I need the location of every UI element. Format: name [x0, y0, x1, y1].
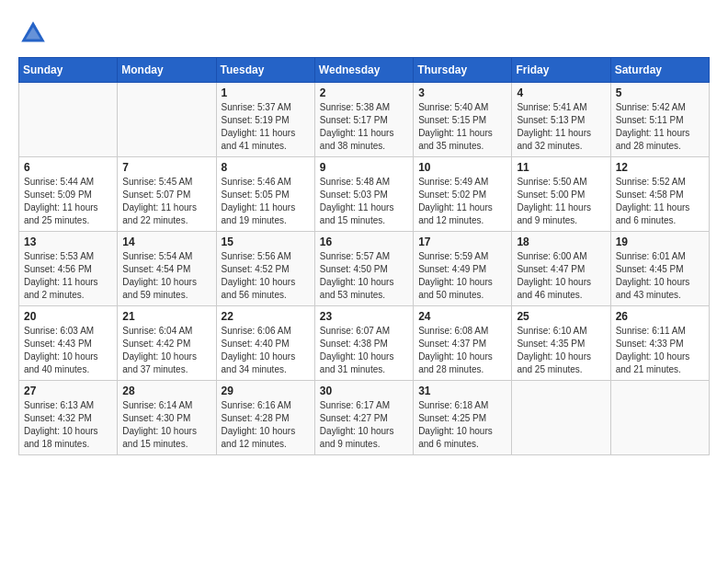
day-info: Sunrise: 5:38 AM Sunset: 5:17 PM Dayligh…: [320, 101, 408, 153]
day-info: Sunrise: 6:10 AM Sunset: 4:35 PM Dayligh…: [517, 325, 605, 376]
calendar-week-row: 20Sunrise: 6:03 AM Sunset: 4:43 PM Dayli…: [19, 306, 710, 381]
day-number: 3: [418, 86, 506, 99]
day-number: 11: [517, 161, 605, 174]
day-info: Sunrise: 5:45 AM Sunset: 5:07 PM Dayligh…: [122, 176, 210, 227]
day-info: Sunrise: 6:06 AM Sunset: 4:40 PM Dayligh…: [222, 325, 310, 376]
calendar-cell: 10Sunrise: 5:49 AM Sunset: 5:02 PM Dayli…: [414, 157, 512, 232]
day-number: 16: [320, 236, 408, 248]
calendar-cell: 14Sunrise: 5:54 AM Sunset: 4:54 PM Dayli…: [118, 232, 216, 306]
day-info: Sunrise: 5:56 AM Sunset: 4:52 PM Dayligh…: [222, 250, 310, 302]
day-info: Sunrise: 5:52 AM Sunset: 4:58 PM Dayligh…: [616, 176, 704, 227]
day-info: Sunrise: 6:16 AM Sunset: 4:28 PM Dayligh…: [222, 399, 310, 451]
day-number: 5: [616, 86, 704, 99]
calendar-cell: [512, 381, 610, 455]
calendar-cell: 18Sunrise: 6:00 AM Sunset: 4:47 PM Dayli…: [512, 232, 610, 306]
day-number: 6: [24, 161, 112, 174]
day-number: 22: [222, 310, 310, 323]
day-info: Sunrise: 6:07 AM Sunset: 4:38 PM Dayligh…: [320, 325, 408, 376]
day-number: 25: [517, 310, 605, 323]
day-info: Sunrise: 5:59 AM Sunset: 4:49 PM Dayligh…: [418, 250, 506, 302]
page-header: [18, 18, 710, 48]
weekday-header-friday: Friday: [512, 58, 610, 83]
day-info: Sunrise: 6:11 AM Sunset: 4:33 PM Dayligh…: [616, 325, 704, 376]
day-info: Sunrise: 6:01 AM Sunset: 4:45 PM Dayligh…: [616, 250, 704, 302]
calendar-week-row: 6Sunrise: 5:44 AM Sunset: 5:09 PM Daylig…: [19, 157, 710, 232]
day-info: Sunrise: 6:08 AM Sunset: 4:37 PM Dayligh…: [418, 325, 506, 376]
day-number: 8: [222, 161, 310, 174]
calendar-cell: [118, 83, 216, 157]
day-info: Sunrise: 5:44 AM Sunset: 5:09 PM Dayligh…: [24, 176, 112, 227]
day-info: Sunrise: 5:50 AM Sunset: 5:00 PM Dayligh…: [517, 176, 605, 227]
day-number: 20: [24, 310, 112, 323]
calendar-week-row: 27Sunrise: 6:13 AM Sunset: 4:32 PM Dayli…: [19, 381, 710, 455]
day-number: 10: [418, 161, 506, 174]
calendar-cell: 15Sunrise: 5:56 AM Sunset: 4:52 PM Dayli…: [216, 232, 314, 306]
calendar-cell: 29Sunrise: 6:16 AM Sunset: 4:28 PM Dayli…: [216, 381, 314, 455]
calendar-header-row: SundayMondayTuesdayWednesdayThursdayFrid…: [19, 58, 710, 83]
day-number: 7: [122, 161, 210, 174]
calendar-cell: 22Sunrise: 6:06 AM Sunset: 4:40 PM Dayli…: [216, 306, 314, 381]
day-number: 17: [418, 236, 506, 248]
calendar-cell: 19Sunrise: 6:01 AM Sunset: 4:45 PM Dayli…: [610, 232, 709, 306]
calendar-cell: 9Sunrise: 5:48 AM Sunset: 5:03 PM Daylig…: [314, 157, 413, 232]
calendar-cell: 1Sunrise: 5:37 AM Sunset: 5:19 PM Daylig…: [216, 83, 314, 157]
day-number: 21: [122, 310, 210, 323]
day-info: Sunrise: 5:53 AM Sunset: 4:56 PM Dayligh…: [24, 250, 112, 302]
day-info: Sunrise: 6:14 AM Sunset: 4:30 PM Dayligh…: [122, 399, 210, 451]
day-number: 13: [24, 236, 112, 248]
calendar-cell: 8Sunrise: 5:46 AM Sunset: 5:05 PM Daylig…: [216, 157, 314, 232]
calendar-cell: 11Sunrise: 5:50 AM Sunset: 5:00 PM Dayli…: [512, 157, 610, 232]
calendar-cell: 6Sunrise: 5:44 AM Sunset: 5:09 PM Daylig…: [19, 157, 118, 232]
weekday-header-wednesday: Wednesday: [314, 58, 413, 83]
calendar-cell: 2Sunrise: 5:38 AM Sunset: 5:17 PM Daylig…: [314, 83, 413, 157]
day-info: Sunrise: 6:03 AM Sunset: 4:43 PM Dayligh…: [24, 325, 112, 376]
logo: [18, 18, 51, 48]
weekday-header-monday: Monday: [118, 58, 216, 83]
calendar-cell: 25Sunrise: 6:10 AM Sunset: 4:35 PM Dayli…: [512, 306, 610, 381]
calendar-cell: 16Sunrise: 5:57 AM Sunset: 4:50 PM Dayli…: [314, 232, 413, 306]
day-number: 14: [122, 236, 210, 248]
calendar-cell: 20Sunrise: 6:03 AM Sunset: 4:43 PM Dayli…: [19, 306, 118, 381]
logo-icon: [18, 18, 48, 48]
weekday-header-thursday: Thursday: [414, 58, 512, 83]
day-number: 23: [320, 310, 408, 323]
day-info: Sunrise: 5:37 AM Sunset: 5:19 PM Dayligh…: [222, 101, 310, 153]
day-info: Sunrise: 5:42 AM Sunset: 5:11 PM Dayligh…: [616, 101, 704, 153]
day-number: 19: [616, 236, 704, 248]
day-info: Sunrise: 5:48 AM Sunset: 5:03 PM Dayligh…: [320, 176, 408, 227]
calendar-cell: 21Sunrise: 6:04 AM Sunset: 4:42 PM Dayli…: [118, 306, 216, 381]
day-info: Sunrise: 6:04 AM Sunset: 4:42 PM Dayligh…: [122, 325, 210, 376]
weekday-header-sunday: Sunday: [19, 58, 118, 83]
weekday-header-saturday: Saturday: [610, 58, 709, 83]
calendar-cell: 31Sunrise: 6:18 AM Sunset: 4:25 PM Dayli…: [414, 381, 512, 455]
day-number: 15: [222, 236, 310, 248]
day-number: 30: [320, 385, 408, 397]
calendar-week-row: 1Sunrise: 5:37 AM Sunset: 5:19 PM Daylig…: [19, 83, 710, 157]
day-info: Sunrise: 6:18 AM Sunset: 4:25 PM Dayligh…: [418, 399, 506, 451]
calendar-cell: 7Sunrise: 5:45 AM Sunset: 5:07 PM Daylig…: [118, 157, 216, 232]
day-number: 27: [24, 385, 112, 397]
day-number: 4: [517, 86, 605, 99]
day-info: Sunrise: 5:54 AM Sunset: 4:54 PM Dayligh…: [122, 250, 210, 302]
day-number: 31: [418, 385, 506, 397]
day-number: 29: [222, 385, 310, 397]
day-number: 24: [418, 310, 506, 323]
day-info: Sunrise: 5:41 AM Sunset: 5:13 PM Dayligh…: [517, 101, 605, 153]
calendar-cell: 24Sunrise: 6:08 AM Sunset: 4:37 PM Dayli…: [414, 306, 512, 381]
day-number: 1: [222, 86, 310, 99]
calendar-table: SundayMondayTuesdayWednesdayThursdayFrid…: [18, 57, 710, 455]
day-info: Sunrise: 5:46 AM Sunset: 5:05 PM Dayligh…: [222, 176, 310, 227]
calendar-cell: 30Sunrise: 6:17 AM Sunset: 4:27 PM Dayli…: [314, 381, 413, 455]
calendar-cell: 17Sunrise: 5:59 AM Sunset: 4:49 PM Dayli…: [414, 232, 512, 306]
calendar-cell: 13Sunrise: 5:53 AM Sunset: 4:56 PM Dayli…: [19, 232, 118, 306]
day-number: 26: [616, 310, 704, 323]
day-number: 28: [122, 385, 210, 397]
day-info: Sunrise: 5:57 AM Sunset: 4:50 PM Dayligh…: [320, 250, 408, 302]
calendar-cell: 3Sunrise: 5:40 AM Sunset: 5:15 PM Daylig…: [414, 83, 512, 157]
calendar-cell: 27Sunrise: 6:13 AM Sunset: 4:32 PM Dayli…: [19, 381, 118, 455]
calendar-cell: [610, 381, 709, 455]
calendar-cell: 23Sunrise: 6:07 AM Sunset: 4:38 PM Dayli…: [314, 306, 413, 381]
weekday-header-tuesday: Tuesday: [216, 58, 314, 83]
day-info: Sunrise: 6:17 AM Sunset: 4:27 PM Dayligh…: [320, 399, 408, 451]
calendar-week-row: 13Sunrise: 5:53 AM Sunset: 4:56 PM Dayli…: [19, 232, 710, 306]
